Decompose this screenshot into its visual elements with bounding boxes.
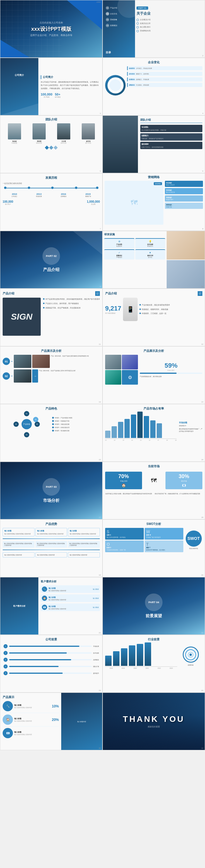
thank-you-subtitle: 感谢您的观看 (123, 725, 185, 728)
team-feature-1: 专业团队 (141, 126, 201, 129)
slide-num: 19 (99, 574, 101, 576)
item-num-1: 01 (3, 358, 10, 365)
team-feature-2-desc: 不断创新，持续推动产品升级迭代 (141, 138, 201, 140)
adv-content-5: 输入您的内容输入您的内容 (37, 554, 66, 556)
change-desc1: 公司成立，开始起步发展 (136, 67, 152, 69)
about-item-4: 营销网络布局 (140, 30, 150, 33)
slide-customer-analysis: 客户需求分析 客户需求分析 🔧 输入标题 输入您的内容输入您的内容 输入数据 (0, 577, 102, 635)
company-outlook-title: 公司前景 (3, 638, 100, 642)
slide-thank-you: THANK YOU 感谢您的观看 26 (102, 692, 205, 750)
item-num-2: 02 (3, 372, 10, 380)
slide-num: 17 (99, 517, 101, 518)
feature-4: 04 (13, 422, 19, 427)
feature-text-4: 特色04：价格实惠合理 (55, 426, 70, 429)
enterprise-changes-title: 企业变化 (105, 60, 202, 64)
change-label1: 创始阶段 (129, 67, 135, 69)
slide-industry-outlook: 行业前景 201820192020202120222023 (102, 635, 205, 692)
slide-current-market: 当前市场 70% 市场占有率 🏠 🗺 30% 潜在市场 📧 (102, 462, 205, 519)
slide-num: 8 (202, 228, 203, 230)
slide-num: 16 (201, 459, 203, 461)
member-role-1: 市场总监 (6, 142, 23, 144)
change-label3: 发展阶段 (129, 79, 135, 80)
product-intro2-title: 产品介绍 (105, 291, 117, 296)
current-market-title: 当前市场 (105, 464, 202, 468)
team-feature-2: 创新能力 (141, 134, 201, 137)
slide-num: 24 (201, 690, 203, 691)
change-desc2: 规模扩大，业务增长 (136, 73, 149, 75)
thank-you-text: THANK YOU (123, 714, 185, 724)
product-display3-title: 产品展示 (3, 695, 59, 699)
customer-item-3-desc: 输入您的内容输入您的内容 (48, 608, 66, 610)
about-item-1: 企业概况介绍 (140, 19, 150, 21)
slide-development: 发展历程 一起见证我们成长的历程 2010 公司成立 2013 快 (0, 173, 102, 231)
network-badge: 销售网络 (154, 182, 162, 185)
member-role-2: 销售经理 (30, 142, 48, 144)
advantages-title: 产品优势 (3, 522, 100, 526)
market-stat-2: 30% (167, 473, 201, 479)
outlook-item-5: 盈利提升 (93, 672, 99, 674)
swot-w-text: 市场推广能力有待提升 (146, 536, 182, 538)
adv-title-1: 输入标题 (4, 530, 33, 532)
slide-num: 6 (202, 170, 203, 172)
product-display1-title: 产品展示及分析 (3, 349, 100, 353)
outlook-item-1: 市场拓展 (93, 645, 99, 647)
display3-item-title-3: 输入标题 (14, 731, 32, 734)
slide-cover: 点击此处输入公司名称 xxx设计PPT模版 适用于企业介绍、产品宣传、商务合作等… (0, 0, 102, 58)
slide-product-display-1: 产品展示及分析 01 产品一展示内容，包含产品的主要功能特点和使用场景介绍 02 (0, 346, 102, 404)
part-title-3: 市场分析 (42, 498, 60, 503)
slide-num: 20 (201, 574, 203, 576)
change-desc4: 行业领先，持续创新 (136, 84, 149, 86)
slide-num: 3 (100, 113, 101, 114)
network-region-2: 华东地区 重点布局区域 (165, 188, 203, 194)
slide-num: 23 (99, 690, 101, 691)
slide-num: 9 (100, 286, 101, 287)
slide-num: 5 (100, 170, 101, 172)
slide-product-display-3: 产品展示 🔧 输入标题 输入您的内容输入您的内容 10% 🏠 (0, 692, 102, 750)
change-desc3: 品牌建立，市场拓展 (136, 79, 149, 80)
company-name-input[interactable]: 点击此处输入公司名称 (30, 21, 72, 24)
slide-product-display-2: 产品展示及分析 ⚙ 59% From 2017 (102, 346, 205, 404)
display3-stat-1: 10% (52, 704, 59, 708)
slide-rd: 研发设施 ⚙ 产品优势 先进技术 💡 技术创新 研发实力 ✓ 质量保证 (102, 231, 205, 288)
feature-5: 05 (33, 417, 38, 422)
part-title-4: 前景展望 (145, 614, 163, 619)
customer-stat-2: 输入数据 (93, 597, 99, 599)
company-intro-title: 公司简介 (41, 75, 100, 79)
slide-num: 13 (99, 401, 101, 403)
slide-part-2: PART 02 产品介绍 9 (0, 231, 102, 288)
customer-item-2-title: 输入标题 (48, 596, 66, 599)
toc-item-2: 企业文化 (110, 12, 117, 15)
swot-title: SWOT分析 (105, 522, 202, 526)
team-feature-3-desc: 以客户为中心，提供优质服务体验 (141, 146, 201, 148)
display3-item-1: 输入您的内容输入您的内容 (14, 707, 32, 708)
market-desc-1: 当前市场已占有较大份额，通过持续的产品创新和服务提升保持竞争优势 (105, 492, 153, 495)
market-label-1: 市场占有率 (107, 480, 140, 482)
product-feature-2: 性能稳定，续航时间长，体验优越 (142, 308, 168, 311)
product-intro-title: 产品介绍 (3, 291, 14, 296)
product-check-icon: ☑ (95, 291, 100, 296)
part-badge: PART 01 (136, 6, 148, 10)
display3-item-title-1: 输入标题 (14, 704, 32, 707)
slide-product-intro: 产品介绍 ☑ SIGN 本产品采用先进技术研发，具有卓越的性能表现，满足用户多方… (0, 288, 102, 346)
event-3: 品牌建设 (52, 195, 75, 197)
feature-1: 01 (24, 411, 29, 416)
customer-stat-1: 输入数据 (93, 588, 99, 590)
slide-num: 14 (201, 401, 203, 403)
product-display2-stat-label: From 2017 (140, 369, 202, 371)
change-label2: 成长阶段 (129, 73, 135, 75)
part-title-2: 产品介绍 (42, 267, 60, 273)
slide-num: 21 (99, 632, 101, 633)
slide-product-intro-2: 产品介绍 ☑ 9,217 用户满意度数据 📱 产品功能全面，满足多场景使用需求 (102, 288, 205, 346)
feature-3: 03 (24, 432, 29, 437)
customer-item-1-title: 输入标题 (48, 587, 66, 590)
product-feature-3: 外观精美，工艺精湛，品质一流 (142, 312, 166, 315)
slide-num: 10 (201, 286, 203, 287)
swot-o-text: 市场需求持续增长，前景广阔 (107, 549, 142, 551)
sub-title: 适用于企业介绍、产品宣传、商务合作等 (30, 34, 72, 37)
slide-sales-network: 营销网络 🗺 销售网络 华北地区 覆盖主要城市 华东地区 重点布局区域 (102, 173, 205, 231)
year-3: 2016 (52, 193, 75, 195)
slide-num: 4 (202, 113, 203, 114)
adv-desc-3: 输入您的内容输入您的内容输入您的内容 (70, 533, 98, 535)
adv-content-2: 输入您的内容输入您的内容输入您的内容输入您的内容 (37, 542, 66, 546)
slide-num: 12 (201, 343, 203, 345)
